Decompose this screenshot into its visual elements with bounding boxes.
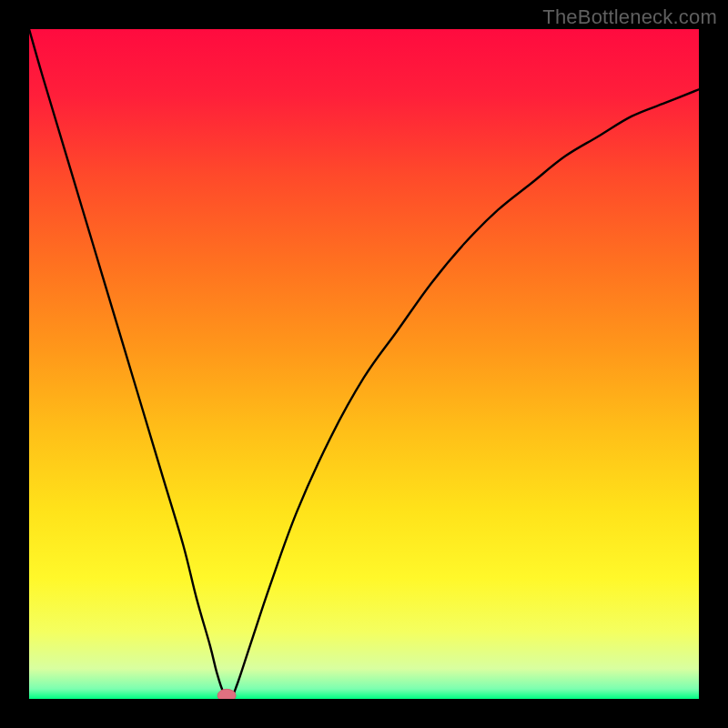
watermark-text: TheBottleneck.com: [542, 5, 717, 29]
bottleneck-chart: [29, 29, 699, 699]
plot-area: [29, 29, 699, 699]
chart-frame: TheBottleneck.com: [0, 0, 728, 728]
minimum-marker: [217, 689, 236, 699]
